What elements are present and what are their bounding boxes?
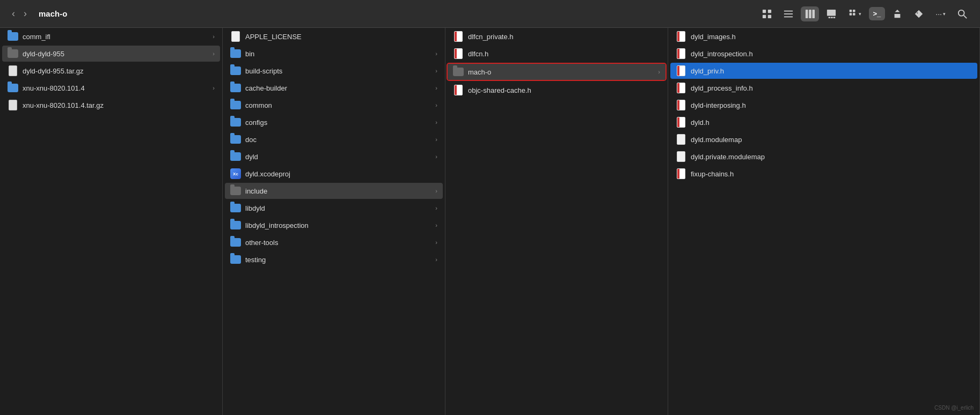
list-item[interactable]: objc-shared-cache.h [448,82,665,98]
list-item[interactable]: dyld › [225,149,443,165]
list-item[interactable]: Xc dyld.xcodeproj [225,166,443,182]
group-view-icon [848,9,858,19]
finder-content: comm_ifl › dyld-dyld-955 › dyld-dyld-955… [0,28,980,415]
svg-rect-3 [767,14,771,18]
file-name: dyld_priv.h [691,67,972,75]
chevron-right-icon: › [435,119,437,125]
file-name: dyld-dyld-955.tar.gz [23,67,215,75]
list-item[interactable]: comm_ifl › [2,28,220,45]
folder-icon [230,186,241,196]
column-view-icon [805,9,815,19]
chevron-right-icon: › [435,153,437,160]
svg-rect-10 [827,9,835,16]
list-item[interactable]: cache-builder › [225,80,443,96]
folder-icon [8,83,18,93]
list-item[interactable]: build-scripts › [225,63,443,79]
chevron-right-icon: › [435,68,437,74]
folder-icon [230,117,241,128]
column-view-button[interactable] [801,6,819,21]
svg-rect-1 [767,9,771,12]
list-item[interactable]: dyld_images.h [670,28,977,45]
file-name: comm_ifl [23,33,210,41]
chevron-right-icon: › [658,69,660,75]
more-dots-icon: ··· [935,10,942,18]
list-item-include[interactable]: include › [225,183,443,199]
terminal-button[interactable]: >_ [869,7,886,20]
icon-view-button[interactable] [758,6,776,21]
more-button[interactable]: ··· ▾ [931,7,950,21]
chevron-right-icon: › [435,222,437,228]
group-chevron-icon: ▾ [859,11,861,17]
svg-point-18 [959,10,964,16]
folder-icon [230,83,241,93]
folder-icon [453,66,464,77]
list-item-dyld-priv[interactable]: dyld_priv.h [670,63,977,79]
chevron-right-icon: › [213,33,215,40]
file-name: dyld-interposing.h [691,101,972,109]
list-item[interactable]: dlfcn_private.h [448,28,665,45]
column-4: dyld_images.h dyld_introspection.h dyld_… [668,28,980,415]
list-item[interactable]: other-tools › [225,234,443,250]
list-item[interactable]: APPLE_LICENSE [225,28,443,45]
file-name: dyld-dyld-955 [23,50,210,58]
svg-rect-12 [831,17,833,18]
svg-rect-0 [762,9,765,12]
list-item[interactable]: common › [225,97,443,113]
xcode-icon: Xc [230,168,241,179]
back-button[interactable]: ‹ [9,6,18,21]
plain-file-icon [676,151,686,162]
h-file-icon [676,168,686,179]
file-name: fixup-chains.h [691,170,972,178]
group-view-button[interactable]: ▾ [844,6,866,21]
svg-line-19 [964,15,967,18]
plain-file-icon [230,31,241,42]
chevron-right-icon: › [435,239,437,246]
list-item[interactable]: dyld-dyld-955 › [2,46,220,62]
file-name: dyld.xcodeproj [245,170,437,178]
forward-button[interactable]: › [20,6,30,21]
h-file-icon [453,85,464,95]
list-item[interactable]: testing › [225,251,443,268]
file-name: libdyld_introspection [245,221,433,229]
list-item[interactable]: xnu-xnu-8020.101.4 › [2,80,220,96]
list-item[interactable]: configs › [225,114,443,130]
gallery-view-button[interactable] [822,6,840,21]
file-name: libdyld [245,204,433,212]
column-1: comm_ifl › dyld-dyld-955 › dyld-dyld-955… [0,28,223,415]
chevron-right-icon: › [435,102,437,108]
plain-file-icon [676,134,686,145]
list-item[interactable]: dyld.modulemap [670,131,977,147]
file-name: doc [245,136,433,144]
window-title: mach-o [39,9,67,18]
svg-rect-16 [849,13,852,16]
svg-rect-9 [812,9,815,18]
list-item[interactable]: fixup-chains.h [670,166,977,182]
list-item[interactable]: dyld-dyld-955.tar.gz [2,63,220,79]
file-name: build-scripts [245,67,433,75]
list-item[interactable]: dyld_process_info.h [670,80,977,96]
file-name: dyld.private.modulemap [691,153,972,161]
file-name: include [245,187,433,195]
list-item[interactable]: dyld_introspection.h [670,46,977,62]
tag-button[interactable] [910,6,928,21]
archive-icon [8,65,18,76]
file-name: dyld_introspection.h [691,50,972,58]
svg-rect-6 [784,16,792,17]
list-item[interactable]: bin › [225,46,443,62]
list-item[interactable]: libdyld › [225,200,443,216]
share-button[interactable] [888,6,906,21]
folder-icon [8,31,18,42]
folder-icon [230,254,241,265]
list-item[interactable]: xnu-xnu-8020.101.4.tar.gz [2,97,220,113]
list-item[interactable]: dyld-interposing.h [670,97,977,113]
search-button[interactable] [953,6,971,21]
h-file-icon [676,31,686,42]
list-item[interactable]: dyld.private.modulemap [670,149,977,165]
list-item-macho[interactable]: mach-o › [448,64,665,80]
list-item[interactable]: doc › [225,131,443,147]
file-name: dyld_process_info.h [691,84,972,92]
list-view-button[interactable] [779,6,798,21]
list-item[interactable]: libdyld_introspection › [225,217,443,233]
list-item[interactable]: dyld.h [670,114,977,130]
list-item[interactable]: dlfcn.h [448,46,665,62]
